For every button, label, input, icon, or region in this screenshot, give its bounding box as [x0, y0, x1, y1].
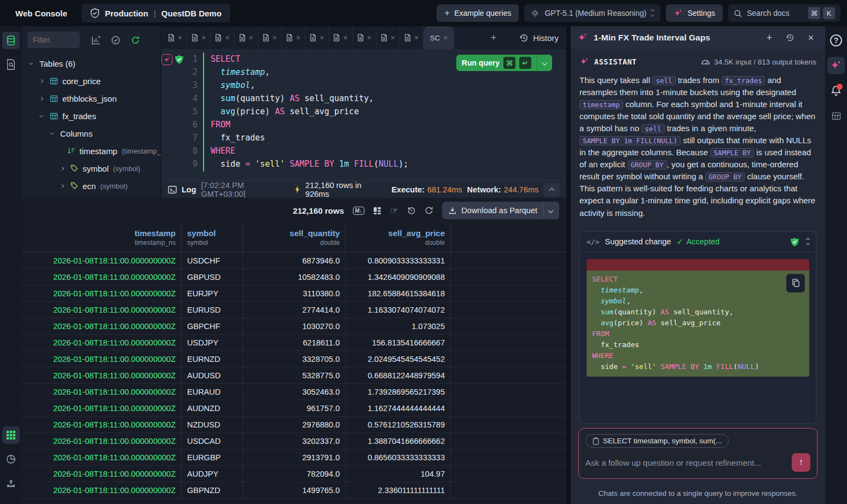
table-row[interactable]: 2026-01-08T18:11:00.000000000ZEURUSD2774… [22, 302, 566, 318]
editor-tab[interactable]: × [282, 26, 305, 49]
chevron-right-icon[interactable] [61, 167, 66, 170]
editor-tab[interactable]: × [376, 26, 400, 49]
sql-code[interactable]: SELECT timestamp, symbol, sum(quantity) … [204, 52, 566, 180]
active-editor-tab[interactable]: SC × [424, 26, 454, 49]
editor-tab[interactable]: × [353, 26, 376, 49]
sql-editor[interactable]: 123456789 SELECT timestamp, symbol, sum(… [161, 49, 566, 180]
close-icon[interactable]: × [343, 33, 347, 42]
tree-item[interactable]: symbol(symbol) [22, 160, 161, 177]
close-icon[interactable]: × [201, 33, 206, 42]
table-row[interactable]: 2026-01-08T18:11:00.000000000ZGBPUSD1058… [22, 269, 566, 285]
query-log-button[interactable] [2, 56, 20, 73]
tree-item[interactable]: timestamp(timestamp_ [22, 142, 161, 160]
chevron-down-icon[interactable] [50, 132, 56, 135]
editor-tab[interactable]: × [235, 26, 258, 49]
send-button[interactable]: ↑ [792, 453, 810, 472]
ai-panel-button[interactable] [827, 57, 845, 74]
close-icon[interactable]: × [296, 33, 300, 42]
close-icon[interactable]: × [320, 33, 324, 42]
close-icon[interactable]: × [178, 33, 182, 42]
select-all-button[interactable] [107, 32, 124, 48]
column-header-sell_avg_price[interactable]: sell_avg_pricedouble [346, 223, 451, 252]
table-row[interactable]: 2026-01-08T18:11:00.000000000ZGBPCHF1030… [22, 318, 566, 335]
chevron-down-icon[interactable] [30, 62, 35, 65]
table-filter-input[interactable] [27, 32, 80, 48]
help-button[interactable]: ? [827, 32, 845, 49]
table-row[interactable]: 2026-01-08T18:11:00.000000000ZAUDNZD9617… [22, 400, 566, 417]
chevron-down-icon[interactable] [40, 115, 45, 118]
download-options-button[interactable] [549, 206, 553, 215]
instance-badge[interactable]: Production | QuestDB Demo [82, 4, 230, 22]
editor-tab[interactable]: × [258, 26, 282, 49]
followup-input-box[interactable]: SELECT timestamp, symbol, sum(... Ask a … [578, 428, 817, 479]
collapse-log-button[interactable] [543, 183, 560, 197]
table-row[interactable]: 2026-01-08T18:11:00.000000000ZGBPNZD1499… [22, 482, 566, 499]
settings-button[interactable]: Settings [666, 4, 723, 22]
close-icon[interactable]: × [225, 33, 229, 42]
tree-item[interactable]: fx_trades [22, 107, 161, 125]
layout-button[interactable] [373, 207, 381, 215]
schema-explorer-button[interactable] [2, 32, 20, 49]
search-docs-input[interactable]: Search docs ⌘ K [728, 4, 840, 22]
column-header-symbol[interactable]: symbolsymbol [182, 223, 243, 252]
tree-item[interactable]: core_price [22, 72, 161, 90]
grid-body[interactable]: 2026-01-08T18:11:00.000000000ZUSDCHF6873… [22, 253, 566, 499]
editor-tab[interactable]: × [187, 26, 211, 49]
table-row[interactable]: 2026-01-08T18:11:00.000000000ZEURJPY3110… [22, 285, 566, 302]
table-panel-button[interactable] [827, 107, 845, 125]
column-header-sell_quantity[interactable]: sell_quantitydouble [243, 223, 346, 252]
editor-tab[interactable]: × [305, 26, 329, 49]
run-options-button[interactable] [537, 58, 552, 67]
model-selector[interactable]: GPT-5.1 (Medium Reasoning) [524, 4, 660, 22]
table-row[interactable]: 2026-01-08T18:11:00.000000000ZUSDCAD3202… [22, 433, 566, 449]
close-icon[interactable]: × [272, 33, 277, 42]
close-icon[interactable]: × [249, 33, 253, 42]
chart-view-button[interactable] [2, 450, 20, 468]
chevron-right-icon[interactable] [40, 80, 45, 83]
query-context-chip[interactable]: SELECT timestamp, symbol, sum(... [585, 434, 729, 448]
table-row[interactable]: 2026-01-08T18:11:00.000000000ZUSDCHF6873… [22, 253, 566, 269]
refresh-schema-button[interactable] [127, 32, 143, 48]
inspect-button[interactable]: ☞ [390, 205, 398, 216]
editor-tab[interactable]: × [329, 26, 352, 49]
refresh-results-button[interactable] [425, 206, 433, 215]
result-grid-button[interactable] [2, 426, 20, 444]
followup-placeholder[interactable]: Ask a follow up question or request refi… [585, 458, 792, 467]
table-row[interactable]: 2026-01-08T18:11:00.000000000ZEURAUD3052… [22, 384, 566, 400]
table-row[interactable]: 2026-01-08T18:11:00.000000000ZUSDJPY6218… [22, 335, 566, 351]
close-chat-button[interactable]: × [803, 30, 819, 45]
chat-history-button[interactable] [782, 30, 798, 45]
table-row[interactable]: 2026-01-08T18:11:00.000000000ZAUDJPY7820… [22, 466, 566, 482]
tree-item[interactable]: Columns [22, 125, 161, 142]
editor-tab[interactable]: × [164, 26, 187, 49]
copy-markdown-button[interactable]: M↓ [353, 207, 364, 215]
close-icon[interactable]: × [414, 33, 419, 42]
chevron-right-icon[interactable] [61, 185, 66, 187]
tree-item[interactable]: ecn(symbol) [22, 177, 161, 195]
new-tab-button[interactable]: + [490, 32, 497, 44]
rerun-last-button[interactable] [407, 206, 416, 215]
table-row[interactable]: 2026-01-08T18:11:00.000000000ZAUDUSD5328… [22, 367, 566, 384]
close-icon[interactable]: × [367, 33, 372, 42]
notifications-button[interactable] [827, 82, 845, 99]
download-parquet-button[interactable]: Download as Parquet [442, 202, 559, 219]
close-icon[interactable]: × [391, 33, 395, 42]
history-button[interactable]: History [519, 33, 559, 43]
table-row[interactable]: 2026-01-08T18:11:00.000000000ZEURGBP2913… [22, 449, 566, 466]
add-chart-button[interactable] [88, 32, 104, 48]
ai-assist-button[interactable] [161, 54, 172, 65]
column-header-timestamp[interactable]: timestamptimestamp_ns [22, 223, 182, 252]
run-query-button[interactable]: Run query ⌘ ↵ [456, 55, 552, 71]
example-queries-button[interactable]: + Example queries [437, 4, 519, 22]
copy-code-button[interactable] [786, 274, 805, 292]
close-icon[interactable]: × [443, 33, 448, 42]
chevron-right-icon[interactable] [40, 97, 45, 100]
new-chat-button[interactable]: + [762, 30, 777, 45]
table-row[interactable]: 2026-01-08T18:11:00.000000000ZNZDUSD2976… [22, 417, 566, 433]
editor-tab[interactable]: × [211, 26, 234, 49]
editor-tab[interactable]: × [400, 26, 424, 49]
tree-item[interactable]: ethblocks_json [22, 90, 161, 107]
tree-item[interactable]: Tables (6) [22, 55, 161, 72]
collapse-diff-button[interactable] [807, 238, 809, 245]
table-row[interactable]: 2026-01-08T18:11:00.000000000ZEURNZD3328… [22, 351, 566, 367]
